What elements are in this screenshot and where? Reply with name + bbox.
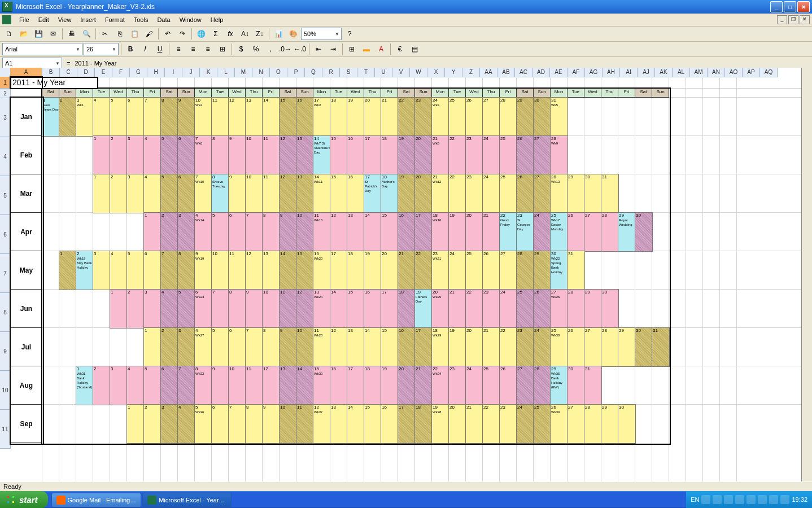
day-cell[interactable]: 9 <box>245 289 263 329</box>
col-header-AM[interactable]: AM <box>690 68 708 77</box>
day-cell[interactable]: 4Wk14 <box>194 212 212 252</box>
autosum-icon[interactable]: Σ <box>209 27 222 41</box>
day-cell[interactable]: 17 <box>414 327 433 367</box>
day-cell[interactable]: 16 <box>398 327 416 367</box>
day-cell[interactable]: 28Wk9 <box>550 135 568 175</box>
day-cell[interactable]: 20 <box>414 135 433 175</box>
day-cell[interactable]: 31 <box>601 174 619 213</box>
day-cell[interactable]: 20 <box>465 327 483 367</box>
day-cell[interactable]: 22Wk34 <box>431 366 449 405</box>
day-cell[interactable]: 3 <box>93 251 111 290</box>
day-cell[interactable]: 27 <box>499 251 517 290</box>
col-header-V[interactable]: V <box>392 68 410 77</box>
day-cell[interactable]: 26 <box>482 251 500 290</box>
day-cell[interactable]: 2 <box>143 404 161 444</box>
tray-icon[interactable] <box>724 495 733 504</box>
day-cell[interactable]: 24 <box>516 404 534 444</box>
day-cell[interactable]: 24 <box>448 251 466 290</box>
day-cell[interactable]: 4 <box>93 97 111 137</box>
day-cell[interactable]: 1 <box>93 135 111 175</box>
tray-icon[interactable] <box>735 495 744 504</box>
col-header-AH[interactable]: AH <box>603 68 620 77</box>
day-cell[interactable]: 17 <box>330 251 348 290</box>
col-header-E[interactable]: E <box>95 68 112 77</box>
day-cell[interactable]: 30 <box>635 327 653 367</box>
day-cell[interactable]: 17 <box>414 212 433 252</box>
day-cell[interactable]: 17 <box>364 135 382 175</box>
day-cell[interactable]: 25 <box>499 135 517 175</box>
day-cell[interactable]: 2 <box>160 212 178 252</box>
day-cell[interactable]: 16 <box>296 97 314 137</box>
col-header-C[interactable]: C <box>60 68 77 77</box>
day-cell[interactable]: 25 <box>482 366 500 405</box>
day-cell[interactable]: 27 <box>516 366 534 405</box>
day-cell[interactable]: 22 <box>398 97 416 137</box>
day-cell[interactable]: 8Shrove Tuesday <box>211 174 229 213</box>
day-cell[interactable]: 10Wk2 <box>194 97 212 137</box>
day-cell[interactable]: 3 <box>177 212 195 252</box>
day-cell[interactable]: 27 <box>584 327 602 367</box>
day-cell[interactable]: 17 <box>347 366 365 405</box>
day-cell[interactable]: 21 <box>465 404 483 444</box>
day-cell[interactable]: 15 <box>381 327 399 367</box>
day-cell[interactable]: 12 <box>279 174 297 213</box>
day-cell[interactable]: 8 <box>177 251 195 290</box>
name-box[interactable]: A1 <box>2 58 62 69</box>
day-cell[interactable]: 15 <box>279 97 297 137</box>
taskbar-button[interactable]: Google Mail - Emailing… <box>51 493 142 507</box>
italic-button[interactable]: I <box>138 42 152 56</box>
day-cell[interactable]: 29 <box>584 289 602 329</box>
print-icon[interactable]: 🖶 <box>65 27 78 41</box>
day-cell[interactable]: 20 <box>465 212 483 252</box>
col-header-AJ[interactable]: AJ <box>638 68 655 77</box>
day-cell[interactable]: 21 <box>414 366 433 405</box>
day-cell[interactable]: 19 <box>448 327 466 367</box>
day-cell[interactable]: 7 <box>177 366 195 405</box>
col-header-AA[interactable]: AA <box>480 68 497 77</box>
day-cell[interactable]: 25Wk30 <box>550 327 568 367</box>
day-cell[interactable]: 14Wk11 <box>313 174 331 213</box>
day-cell[interactable]: 1 <box>143 327 161 367</box>
day-cell[interactable]: 13 <box>347 327 365 367</box>
open-icon[interactable]: 📂 <box>17 27 30 41</box>
day-cell[interactable]: 20 <box>381 251 399 290</box>
day-cell[interactable]: 28 <box>567 289 585 329</box>
tray-icon[interactable] <box>780 495 789 504</box>
day-cell[interactable]: 15 <box>296 251 314 290</box>
decrease-indent-icon[interactable]: ⇤ <box>312 42 325 56</box>
euro-icon[interactable]: € <box>393 42 407 56</box>
day-cell[interactable]: 7Wk10 <box>194 174 212 213</box>
column-headers[interactable]: ABCDEFGHIJKLMNOPQRSTUVWXYZAAABACADAEAFAG… <box>0 68 778 77</box>
day-cell[interactable]: 25 <box>465 251 483 290</box>
day-cell[interactable]: 28 <box>533 366 551 405</box>
day-cell[interactable]: 23Wk21 <box>431 251 449 290</box>
day-cell[interactable]: 18Wk29 <box>431 327 449 367</box>
day-cell[interactable]: 11 <box>262 174 280 213</box>
row-header-7[interactable]: 7 <box>0 254 10 293</box>
col-header-AO[interactable]: AO <box>725 68 743 77</box>
day-cell[interactable]: 15 <box>364 404 382 444</box>
insert-row-icon[interactable]: ▤ <box>408 42 421 56</box>
day-cell[interactable]: 9 <box>279 212 297 252</box>
col-header-AI[interactable]: AI <box>620 68 638 77</box>
day-cell[interactable]: 13 <box>296 174 314 213</box>
day-cell[interactable]: 6 <box>177 135 195 175</box>
day-cell[interactable]: 29 <box>516 97 534 137</box>
system-tray[interactable]: EN 19:32 <box>686 491 812 508</box>
day-cell[interactable]: 9Wk19 <box>194 251 212 290</box>
day-cell[interactable]: 6 <box>211 404 229 444</box>
day-cell[interactable]: 9 <box>262 404 280 444</box>
format-painter-icon[interactable]: 🖌 <box>142 27 156 41</box>
day-cell[interactable]: 5 <box>177 289 195 329</box>
day-cell[interactable]: 12 <box>330 212 348 252</box>
day-cell[interactable]: 28Wk13 <box>550 174 568 213</box>
day-cell[interactable]: 22 <box>499 327 517 367</box>
day-cell[interactable]: 2 <box>110 135 128 175</box>
day-cell[interactable]: 5 <box>160 135 178 175</box>
day-cell[interactable]: 13 <box>245 97 263 137</box>
day-cell[interactable]: 31 <box>652 327 670 367</box>
zoom-select[interactable]: 50% <box>301 28 342 40</box>
col-header-L[interactable]: L <box>217 68 235 77</box>
day-cell[interactable]: 5Wk36 <box>194 404 212 444</box>
day-cell[interactable]: 29 <box>601 404 619 444</box>
